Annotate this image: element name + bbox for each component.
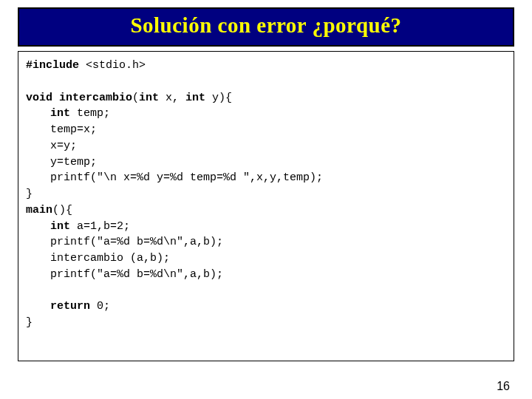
kw-include: #include: [26, 59, 79, 72]
kw-int: int: [185, 92, 205, 104]
kw-int: int: [139, 92, 159, 104]
fn-decl: void intercambio: [26, 92, 132, 104]
code-text: printf("a=%d b=%d\n",a,b);: [26, 267, 223, 283]
code-text: (){: [52, 204, 72, 216]
kw-int: int: [50, 220, 70, 233]
code-text: x,: [159, 92, 185, 104]
page-number: 16: [497, 380, 510, 393]
kw-int: int: [50, 107, 70, 120]
code-text: y=temp;: [26, 154, 97, 171]
slide: Solución con error ¿porqué? #include <st…: [0, 0, 532, 399]
code-text: temp;: [70, 107, 110, 120]
code-text: 0;: [90, 300, 110, 313]
code-text: }: [26, 316, 33, 329]
title-bar: Solución con error ¿porqué?: [18, 7, 514, 47]
code-text: <stdio.h>: [79, 59, 146, 72]
kw-return: return: [50, 300, 90, 313]
code-text: (: [132, 92, 139, 104]
code-text: intercambio (a,b);: [26, 250, 170, 267]
code-text: a=1,b=2;: [70, 220, 130, 233]
slide-title: Solución con error ¿porqué?: [19, 13, 513, 38]
code-text: x=y;: [26, 138, 77, 154]
code-text: printf("a=%d b=%d\n",a,b);: [26, 234, 223, 250]
code-text: y){: [205, 92, 232, 104]
fn-main: main: [26, 204, 52, 216]
code-text: temp=x;: [26, 122, 97, 138]
code-block: #include <stdio.h> void intercambio(int …: [18, 51, 514, 361]
code-text: }: [26, 188, 33, 200]
code-text: printf("\n x=%d y=%d temp=%d ",x,y,temp)…: [26, 170, 323, 186]
